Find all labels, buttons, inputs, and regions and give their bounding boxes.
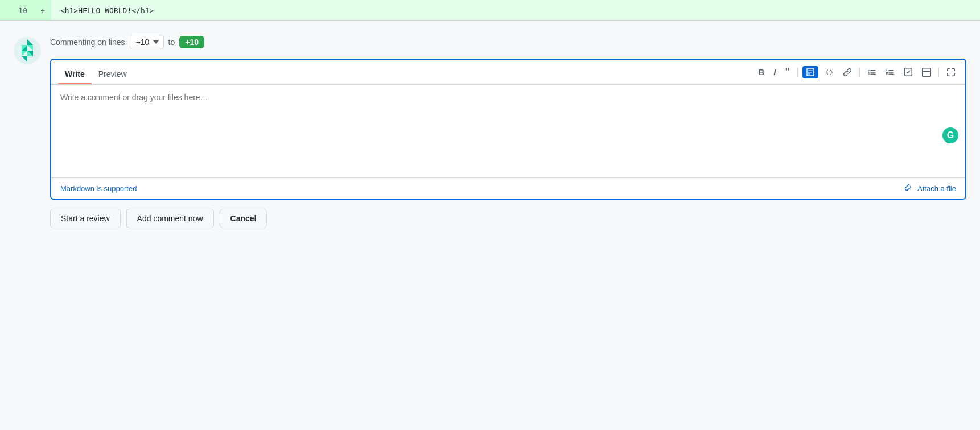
editor-footer: Markdown is supported Attach a file (51, 177, 965, 199)
bold-button[interactable]: B (755, 65, 767, 78)
tab-preview[interactable]: Preview (92, 65, 134, 84)
toolbar-divider-1 (797, 67, 798, 77)
table-button[interactable] (919, 66, 934, 78)
toolbar-divider-2 (859, 67, 860, 77)
toolbar-icons: B I " Insert suggestion (755, 64, 958, 84)
add-comment-button[interactable]: Add comment now (126, 209, 214, 228)
line-to-badge: +10 (179, 36, 204, 48)
editor-box: Write Preview B I " Insert suggestion (50, 59, 966, 200)
tabs-left: Write Preview (58, 65, 134, 84)
ordered-list-button[interactable] (883, 66, 897, 78)
unordered-list-button[interactable] (864, 66, 879, 78)
comment-textarea[interactable] (51, 85, 965, 176)
grammarly-icon: G (942, 127, 958, 143)
markdown-supported-link[interactable]: Markdown is supported (60, 184, 137, 193)
fullscreen-button[interactable] (944, 66, 958, 78)
task-list-button[interactable] (901, 66, 916, 78)
diff-line: 10 + <h1>HELLO WORLD!</h1> (0, 0, 980, 21)
quote-button[interactable]: " (782, 64, 793, 80)
commenting-on-line-row: Commenting on lines +10 +9 +8 to +10 (50, 35, 966, 49)
link-button[interactable] (840, 66, 855, 78)
diff-line-number: 10 (0, 0, 34, 20)
line-from-select[interactable]: +10 +9 +8 (130, 35, 164, 49)
start-review-button[interactable]: Start a review (50, 209, 121, 228)
attach-file-button[interactable]: Attach a file (905, 184, 956, 193)
form-wrapper: Commenting on lines +10 +9 +8 to +10 Wri… (50, 35, 966, 228)
editor-tabs-bar: Write Preview B I " Insert suggestion (51, 60, 965, 85)
suggestion-btn-wrapper: Insert suggestion (802, 66, 818, 78)
to-label: to (168, 38, 175, 47)
commenting-label: Commenting on lines (50, 38, 125, 47)
code-button[interactable] (822, 66, 837, 78)
action-buttons: Start a review Add comment now Cancel (50, 209, 966, 228)
avatar (14, 37, 41, 64)
diff-line-plus: + (34, 0, 51, 20)
cancel-button[interactable]: Cancel (220, 209, 267, 228)
tab-write[interactable]: Write (58, 65, 92, 84)
diff-line-code: <h1>HELLO WORLD!</h1> (51, 6, 980, 15)
italic-button[interactable]: I (771, 65, 779, 78)
suggestion-button[interactable] (802, 66, 818, 78)
editor-textarea-wrapper: G (51, 85, 965, 177)
attach-file-label: Attach a file (917, 184, 956, 193)
toolbar-divider-3 (938, 67, 939, 77)
comment-form-container: Commenting on lines +10 +9 +8 to +10 Wri… (0, 21, 980, 242)
